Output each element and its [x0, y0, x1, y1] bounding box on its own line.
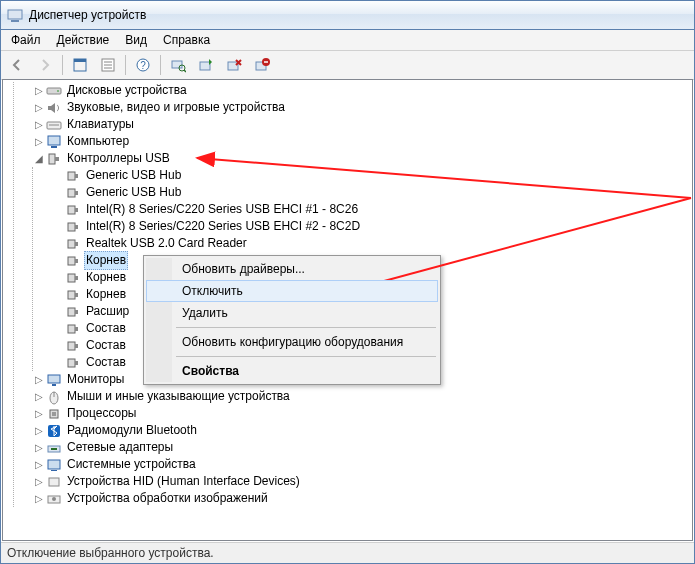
ctx-disable[interactable]: Отключить — [146, 280, 438, 302]
tree-item-keyboards[interactable]: ▷Клавиатуры — [32, 116, 692, 133]
tree-item-usb-device[interactable]: Intel(R) 8 Series/C220 Series USB EHCI #… — [51, 218, 692, 235]
tree-item-usb-controllers[interactable]: ◢Контроллеры USB — [32, 150, 692, 167]
svg-rect-33 — [75, 225, 78, 229]
svg-text:?: ? — [140, 60, 146, 71]
usb-device-icon — [65, 219, 81, 235]
expand-icon[interactable]: ▷ — [32, 84, 46, 98]
expand-icon[interactable]: ▷ — [32, 390, 46, 404]
svg-rect-60 — [51, 470, 57, 471]
tree-item-bluetooth[interactable]: ▷Радиомодули Bluetooth — [32, 422, 692, 439]
toolbar-separator — [125, 55, 126, 75]
svg-rect-28 — [68, 189, 75, 197]
disk-icon — [46, 83, 62, 99]
imaging-icon — [46, 491, 62, 507]
svg-rect-42 — [68, 308, 75, 316]
tree-item-usb-device[interactable]: Intel(R) 8 Series/C220 Series USB EHCI #… — [51, 201, 692, 218]
usb-device-icon — [65, 287, 81, 303]
svg-rect-35 — [75, 242, 78, 246]
expand-icon[interactable]: ▷ — [32, 475, 46, 489]
svg-rect-61 — [49, 478, 59, 486]
tree-item-usb-device[interactable]: Generic USB Hub — [51, 184, 692, 201]
svg-rect-22 — [48, 136, 60, 145]
hid-icon — [46, 474, 62, 490]
svg-rect-24 — [49, 154, 55, 164]
svg-rect-10 — [172, 61, 182, 68]
statusbar-text: Отключение выбранного устройства. — [7, 546, 214, 560]
tree-item-system-devices[interactable]: ▷Системные устройства — [32, 456, 692, 473]
svg-rect-40 — [68, 291, 75, 299]
ctx-delete[interactable]: Удалить — [146, 302, 438, 324]
usb-device-icon — [65, 304, 81, 320]
monitor-icon — [46, 372, 62, 388]
toolbar-back-button[interactable] — [4, 53, 30, 77]
usb-device-icon — [65, 202, 81, 218]
cpu-icon — [46, 406, 62, 422]
svg-rect-13 — [200, 62, 210, 70]
ctx-scan-hardware[interactable]: Обновить конфигурацию оборудования — [146, 331, 438, 353]
toolbar-separator — [62, 55, 63, 75]
statusbar: Отключение выбранного устройства. — [1, 542, 694, 563]
expand-icon[interactable]: ▷ — [32, 441, 46, 455]
tree-item-mice[interactable]: ▷Мыши и иные указывающие устройства — [32, 388, 692, 405]
svg-rect-25 — [55, 157, 59, 161]
sound-icon — [46, 100, 62, 116]
ctx-properties[interactable]: Свойства — [146, 360, 438, 382]
toolbar-scan-button[interactable] — [165, 53, 191, 77]
svg-rect-45 — [75, 327, 78, 331]
expand-icon[interactable]: ▷ — [32, 118, 46, 132]
system-icon — [46, 457, 62, 473]
toolbar-disable-button[interactable] — [221, 53, 247, 77]
tree-item-usb-device[interactable]: Generic USB Hub — [51, 167, 692, 184]
tree-item-processors[interactable]: ▷Процессоры — [32, 405, 692, 422]
svg-line-12 — [184, 70, 186, 72]
window-title: Диспетчер устройств — [29, 8, 146, 22]
menu-help[interactable]: Справка — [155, 31, 218, 49]
tree-item-imaging[interactable]: ▷Устройства обработки изображений — [32, 490, 692, 507]
context-menu-separator — [176, 356, 436, 357]
ctx-update-drivers[interactable]: Обновить драйверы... — [146, 258, 438, 280]
context-menu: Обновить драйверы... Отключить Удалить О… — [143, 255, 441, 385]
svg-rect-3 — [74, 59, 86, 62]
svg-rect-48 — [68, 359, 75, 367]
computer-icon — [46, 134, 62, 150]
tree-item-disk-drives[interactable]: ▷Дисковые устройства — [32, 82, 692, 99]
tree-item-hid[interactable]: ▷Устройства HID (Human Interface Devices… — [32, 473, 692, 490]
svg-rect-58 — [51, 448, 57, 450]
expand-icon[interactable]: ▷ — [32, 135, 46, 149]
toolbar-update-driver-button[interactable] — [193, 53, 219, 77]
toolbar-help-button[interactable]: ? — [130, 53, 156, 77]
usb-device-icon — [65, 355, 81, 371]
toolbar-properties-button[interactable] — [95, 53, 121, 77]
svg-rect-1 — [11, 20, 19, 22]
expand-icon[interactable]: ▷ — [32, 407, 46, 421]
svg-rect-51 — [52, 384, 56, 386]
toolbar-showall-button[interactable] — [67, 53, 93, 77]
collapse-icon[interactable]: ◢ — [32, 152, 46, 166]
usb-device-icon — [65, 185, 81, 201]
app-icon — [7, 7, 23, 23]
menu-action[interactable]: Действие — [49, 31, 118, 49]
svg-rect-44 — [68, 325, 75, 333]
tree-item-computer[interactable]: ▷Компьютер — [32, 133, 692, 150]
menu-file[interactable]: Файл — [3, 31, 49, 49]
device-manager-window: Диспетчер устройств Файл Действие Вид Сп… — [0, 0, 695, 564]
usb-device-icon — [65, 236, 81, 252]
usb-device-icon — [65, 168, 81, 184]
toolbar-forward-button[interactable] — [32, 53, 58, 77]
expand-icon[interactable]: ▷ — [32, 373, 46, 387]
toolbar-uninstall-button[interactable] — [249, 53, 275, 77]
svg-rect-43 — [75, 310, 78, 314]
usb-icon — [46, 151, 62, 167]
expand-icon[interactable]: ▷ — [32, 458, 46, 472]
tree-item-sound-video[interactable]: ▷Звуковые, видео и игровые устройства — [32, 99, 692, 116]
svg-rect-46 — [68, 342, 75, 350]
tree-item-usb-device[interactable]: Realtek USB 2.0 Card Reader — [51, 235, 692, 252]
context-menu-separator — [176, 327, 436, 328]
expand-icon[interactable]: ▷ — [32, 492, 46, 506]
expand-icon[interactable]: ▷ — [32, 101, 46, 115]
svg-rect-34 — [68, 240, 75, 248]
tree-item-network[interactable]: ▷Сетевые адаптеры — [32, 439, 692, 456]
keyboard-icon — [46, 117, 62, 133]
menu-view[interactable]: Вид — [117, 31, 155, 49]
expand-icon[interactable]: ▷ — [32, 424, 46, 438]
